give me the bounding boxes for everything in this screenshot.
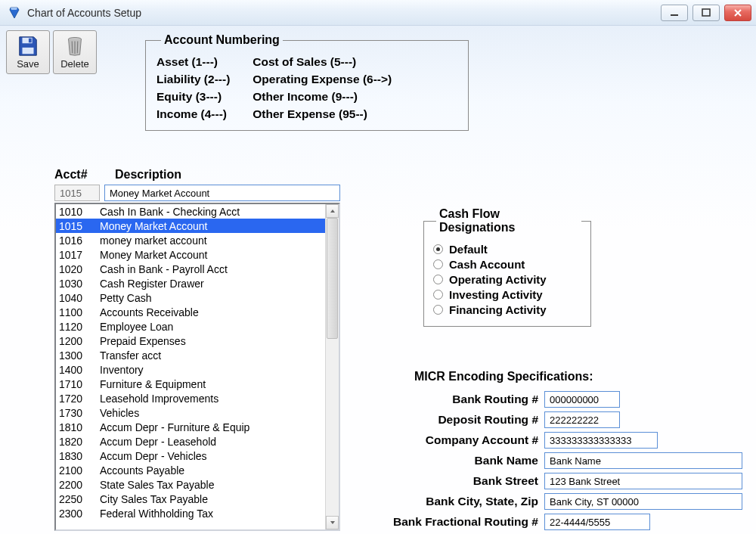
account-list-row[interactable]: 1810Accum Depr - Furniture & Equip <box>56 420 325 434</box>
account-row-description: Accum Depr - Vehicles <box>100 450 207 462</box>
account-row-number: 1100 <box>59 306 100 318</box>
account-row-number: 1200 <box>59 335 100 347</box>
bank-fractional-routing-input[interactable] <box>544 514 650 530</box>
numbering-item: Liability (2---) <box>156 72 230 88</box>
account-list-row[interactable]: 1010Cash In Bank - Checking Acct <box>56 204 325 219</box>
account-list-row[interactable]: 1820Accum Depr - Leasehold <box>56 434 325 449</box>
cash-flow-option-label: Financing Activity <box>449 303 547 316</box>
account-number-input[interactable] <box>54 185 100 201</box>
account-numbering-group: Account Numbering Asset (1---) Liability… <box>145 33 469 131</box>
scrollbar-up-button[interactable] <box>326 204 339 218</box>
cash-flow-option[interactable]: Operating Activity <box>433 273 581 286</box>
column-header-desc: Description <box>115 168 181 182</box>
account-row-description: Accum Depr - Leasehold <box>100 436 216 448</box>
account-row-description: Cash in Bank - Payroll Acct <box>100 263 228 275</box>
save-icon <box>15 35 41 57</box>
account-list-row[interactable]: 1040Petty Cash <box>56 290 325 305</box>
scrollbar-down-button[interactable] <box>326 516 339 529</box>
account-row-description: Cash Register Drawer <box>100 278 204 290</box>
account-list-row[interactable]: 1017Money Market Account <box>56 247 325 262</box>
account-list-row[interactable]: 2200State Sales Tax Payable <box>56 477 325 492</box>
account-row-description: Inventory <box>100 364 144 376</box>
bank-routing-input[interactable] <box>544 391 620 408</box>
radio-icon[interactable] <box>433 275 443 284</box>
account-list-row[interactable]: 1300Transfer acct <box>56 348 325 362</box>
account-list-row[interactable]: 2100Accounts Payable <box>56 463 325 477</box>
cash-flow-option-label: Operating Activity <box>449 273 547 286</box>
deposit-routing-input[interactable] <box>544 411 620 428</box>
listbox-scrollbar[interactable] <box>325 204 339 529</box>
account-row-description: Leasehold Improvements <box>100 393 218 405</box>
save-button-label: Save <box>17 58 39 70</box>
cash-flow-option-label: Investing Activity <box>449 288 543 301</box>
radio-icon[interactable] <box>433 290 443 300</box>
account-list-area: Acct# Description 1010Cash In Bank - Che… <box>54 168 340 531</box>
account-row-description: Federal Withholding Tax <box>100 508 213 520</box>
account-row-number: 2250 <box>59 493 100 505</box>
micr-label-bank-csz: Bank City, State, Zip <box>367 495 538 508</box>
account-row-description: Accounts Payable <box>100 464 184 477</box>
account-row-number: 1030 <box>59 278 100 290</box>
account-list-row[interactable]: 1400Inventory <box>56 362 325 377</box>
delete-button[interactable]: Delete <box>53 30 97 74</box>
account-description-input[interactable] <box>104 185 340 201</box>
cash-flow-option[interactable]: Cash Account <box>433 258 581 271</box>
account-list-row[interactable]: 2250City Sales Tax Payable <box>56 492 325 506</box>
account-row-number: 1016 <box>59 234 100 247</box>
trash-icon <box>62 35 88 57</box>
close-button[interactable] <box>724 5 751 21</box>
account-list-row[interactable]: 1720Leasehold Improvements <box>56 391 325 405</box>
radio-icon[interactable] <box>433 305 443 315</box>
cash-flow-option[interactable]: Investing Activity <box>433 288 581 301</box>
account-list-row[interactable]: 1200Prepaid Expenses <box>56 334 325 348</box>
account-row-number: 1020 <box>59 263 100 275</box>
delete-button-label: Delete <box>60 58 89 70</box>
account-list-row[interactable]: 2300Federal Withholding Tax <box>56 506 325 520</box>
account-row-description: Prepaid Expenses <box>100 335 186 347</box>
scrollbar-track[interactable] <box>326 218 339 516</box>
radio-icon[interactable] <box>433 259 443 269</box>
save-button[interactable]: Save <box>6 30 50 74</box>
account-list-row[interactable]: 1730Vehicles <box>56 405 325 420</box>
svg-rect-0 <box>671 14 678 16</box>
bank-street-input[interactable] <box>544 473 742 489</box>
account-list-row[interactable]: 1100Accounts Receivable <box>56 305 325 319</box>
account-row-description: Petty Cash <box>100 292 151 304</box>
numbering-item: Income (4---) <box>156 107 230 123</box>
micr-label-fractional-routing: Bank Fractional Routing # <box>367 515 538 529</box>
bank-city-state-zip-input[interactable] <box>544 493 742 510</box>
account-row-description: Transfer acct <box>100 349 161 362</box>
cash-flow-legend: Cash Flow Designations <box>436 207 581 234</box>
account-list-row[interactable]: 1830Accum Depr - Vehicles <box>56 449 325 463</box>
account-list-row[interactable]: 1120Employee Loan <box>56 319 325 334</box>
cash-flow-option[interactable]: Default <box>433 243 581 256</box>
maximize-button[interactable] <box>692 5 720 21</box>
minimize-button[interactable] <box>661 5 688 21</box>
account-list-row[interactable]: 1030Cash Register Drawer <box>56 276 325 290</box>
numbering-item: Operating Expense (6-->) <box>253 72 392 88</box>
account-row-number: 1300 <box>59 349 100 362</box>
account-row-number: 1820 <box>59 436 100 448</box>
app-icon <box>8 6 21 20</box>
account-row-description: Accounts Receivable <box>100 306 199 318</box>
company-account-input[interactable] <box>544 432 658 449</box>
micr-label-deposit-routing: Deposit Routing # <box>367 413 538 427</box>
numbering-item: Other Income (9---) <box>253 89 392 105</box>
account-list-row[interactable]: 1016money market account <box>56 233 325 247</box>
account-row-description: State Sales Tax Payable <box>100 479 215 491</box>
column-header-acct: Acct# <box>54 168 98 182</box>
scrollbar-thumb[interactable] <box>327 218 338 339</box>
account-list-row[interactable]: 1020Cash in Bank - Payroll Acct <box>56 262 325 276</box>
account-listbox[interactable]: 1010Cash In Bank - Checking Acct1015Mone… <box>54 203 340 531</box>
account-list-row[interactable]: 1710Furniture & Equipment <box>56 377 325 391</box>
radio-icon[interactable] <box>433 244 443 254</box>
numbering-item: Cost of Sales (5---) <box>253 54 392 70</box>
account-list-row[interactable]: 1015Money Market Account <box>56 219 325 233</box>
bank-name-input[interactable] <box>544 452 742 469</box>
account-row-number: 1810 <box>59 421 100 433</box>
account-row-description: Money Market Account <box>100 249 207 261</box>
micr-label-company-account: Company Account # <box>367 433 538 447</box>
svg-rect-1 <box>702 9 710 16</box>
cash-flow-option[interactable]: Financing Activity <box>433 303 581 316</box>
account-row-number: 1830 <box>59 450 100 462</box>
